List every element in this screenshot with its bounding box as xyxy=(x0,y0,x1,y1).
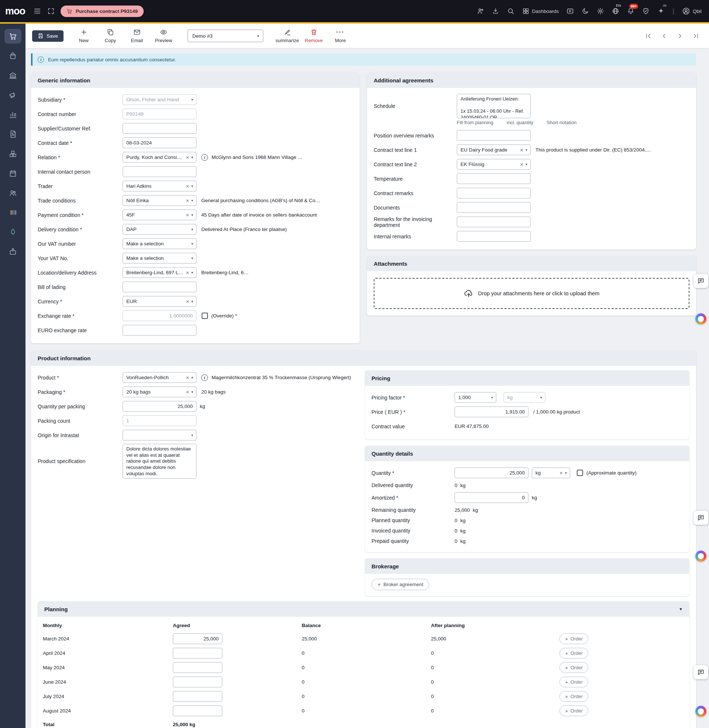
sidebar-item-logistics[interactable] xyxy=(4,244,22,259)
temperature-input[interactable] xyxy=(457,173,531,184)
sidebar-item-warehouse[interactable] xyxy=(4,146,22,161)
sidebar-item-statistics[interactable] xyxy=(4,107,22,122)
first-record-icon[interactable] xyxy=(645,32,652,39)
search-icon[interactable] xyxy=(507,7,514,15)
assistant-logo-button[interactable] xyxy=(695,706,706,717)
video-tutorials-icon[interactable] xyxy=(566,7,574,15)
new-button[interactable]: New xyxy=(71,28,96,43)
assistant-logo-button[interactable] xyxy=(695,313,706,325)
settings-gear-icon[interactable] xyxy=(597,7,604,15)
price-input[interactable] xyxy=(455,406,528,417)
email-button[interactable]: Email xyxy=(125,28,149,43)
sidebar-item-sales[interactable] xyxy=(4,48,22,63)
override-checkbox[interactable] xyxy=(201,313,208,319)
previous-record-icon[interactable] xyxy=(661,32,668,39)
amortized-input[interactable] xyxy=(455,492,528,503)
chat-button[interactable] xyxy=(693,511,708,525)
quantity-unit-select[interactable]: kg×▾ xyxy=(532,468,570,478)
relation-info-icon[interactable]: i xyxy=(201,154,208,161)
contract-remarks-input[interactable] xyxy=(457,188,531,199)
clear-icon[interactable]: × xyxy=(559,470,563,476)
product-info-icon[interactable]: i xyxy=(201,374,208,381)
collapse-icon[interactable]: ▼ xyxy=(679,607,683,611)
quantity-per-packing-input[interactable] xyxy=(123,401,197,412)
sidebar-item-announcements[interactable] xyxy=(4,88,22,102)
sidebar-item-barcode[interactable] xyxy=(4,205,22,220)
ai-assistant-button[interactable]: AI xyxy=(657,7,665,15)
sidebar-item-sustainability[interactable] xyxy=(4,225,22,240)
euro-exchange-rate-input[interactable] xyxy=(123,325,197,336)
agreed-input[interactable] xyxy=(173,705,222,716)
clear-icon[interactable]: × xyxy=(520,161,523,167)
incl-quantity-link[interactable]: incl. quantity xyxy=(507,120,533,125)
currency-select[interactable]: EUR×▾ xyxy=(123,296,197,307)
sidebar-item-contracts[interactable] xyxy=(4,127,22,142)
download-icon[interactable] xyxy=(492,7,499,15)
fullscreen-icon[interactable] xyxy=(47,7,55,15)
agreed-input[interactable] xyxy=(173,633,222,644)
language-button[interactable]: EN xyxy=(612,7,619,15)
order-button[interactable]: +Order xyxy=(559,633,588,644)
clear-icon[interactable]: × xyxy=(186,270,189,275)
clear-icon[interactable]: × xyxy=(186,155,189,160)
template-select[interactable]: Demo #3 ▾ xyxy=(188,29,263,42)
menu-icon[interactable] xyxy=(33,7,41,15)
preview-button[interactable]: Preview xyxy=(152,28,176,43)
delivery-condition-select[interactable]: DAP▾ xyxy=(123,224,197,235)
order-button[interactable]: +Order xyxy=(559,677,588,687)
copy-button[interactable]: Copy xyxy=(98,28,123,43)
bill-of-lading-input[interactable] xyxy=(123,282,197,292)
save-button[interactable]: Save xyxy=(32,30,64,42)
sidebar-item-purchase[interactable] xyxy=(4,29,22,44)
sidebar-item-calendar[interactable] xyxy=(4,166,22,181)
payment-condition-select[interactable]: 45F×▾ xyxy=(123,209,197,220)
dark-mode-icon[interactable] xyxy=(582,7,589,15)
internal-remarks-input[interactable] xyxy=(457,231,531,242)
contract-badge[interactable]: Purchase contract P93149 xyxy=(61,6,144,17)
short-notation-link[interactable]: Short notation xyxy=(547,120,576,125)
clear-icon[interactable]: × xyxy=(186,375,189,380)
remove-button[interactable]: Remove xyxy=(302,28,326,43)
trade-conditions-select[interactable]: Nöll Einka×▾ xyxy=(123,195,197,206)
broker-agreement-button[interactable]: + Broker agreement xyxy=(372,579,429,590)
agreed-input[interactable] xyxy=(173,691,222,702)
order-button[interactable]: +Order xyxy=(559,662,588,673)
documents-input[interactable] xyxy=(457,202,531,213)
fill-from-planning-link[interactable]: Fill from planning xyxy=(457,120,493,125)
delivery-address-select[interactable]: Breitenberg-Lind, 697 Loc…×▾ xyxy=(123,267,197,278)
packaging-select[interactable]: 20 kg bags×▾ xyxy=(123,387,197,397)
last-record-icon[interactable] xyxy=(692,32,699,39)
your-vat-select[interactable]: Make a selection▾ xyxy=(123,253,197,263)
position-overview-remarks-input[interactable] xyxy=(457,130,531,141)
product-select[interactable]: VonRueden-Pollich×▾ xyxy=(123,372,197,383)
sidebar-item-finance[interactable] xyxy=(4,68,22,83)
schedule-textarea[interactable] xyxy=(457,94,531,118)
assistant-logo-button[interactable] xyxy=(695,551,706,562)
clear-icon[interactable]: × xyxy=(186,298,189,304)
order-button[interactable]: +Order xyxy=(559,705,588,716)
clear-icon[interactable]: × xyxy=(520,147,523,153)
clear-icon[interactable]: × xyxy=(186,389,189,395)
pricing-factor-select[interactable]: 1,000▾ xyxy=(455,392,496,403)
attachments-dropzone[interactable]: Drop your attachments here or click to u… xyxy=(374,278,689,309)
share-users-icon[interactable] xyxy=(477,7,484,15)
product-specification-textarea[interactable] xyxy=(123,444,197,478)
our-vat-select[interactable]: Make a selection▾ xyxy=(123,238,197,249)
more-button[interactable]: ··· More xyxy=(328,28,353,43)
sidebar-item-relations[interactable] xyxy=(4,186,22,200)
chat-button[interactable] xyxy=(693,274,708,288)
agreed-input[interactable] xyxy=(173,662,222,673)
contract-text-line2-select[interactable]: EK Flüssig×▾ xyxy=(457,159,531,170)
approximate-quantity-checkbox[interactable] xyxy=(577,470,583,476)
profile-button[interactable]: Qbil xyxy=(682,7,702,15)
clear-icon[interactable]: × xyxy=(186,198,189,203)
origin-intrastat-select[interactable]: ▾ xyxy=(123,430,197,440)
quantity-input[interactable] xyxy=(455,468,528,478)
supplier-ref-input[interactable] xyxy=(123,123,197,134)
clear-icon[interactable]: × xyxy=(186,212,189,218)
agreed-input[interactable] xyxy=(173,648,222,659)
agreed-input[interactable] xyxy=(173,677,222,687)
next-record-icon[interactable] xyxy=(677,32,684,39)
invoicing-remarks-input[interactable] xyxy=(457,216,531,227)
trader-select[interactable]: Hari Adkins×▾ xyxy=(123,181,197,192)
